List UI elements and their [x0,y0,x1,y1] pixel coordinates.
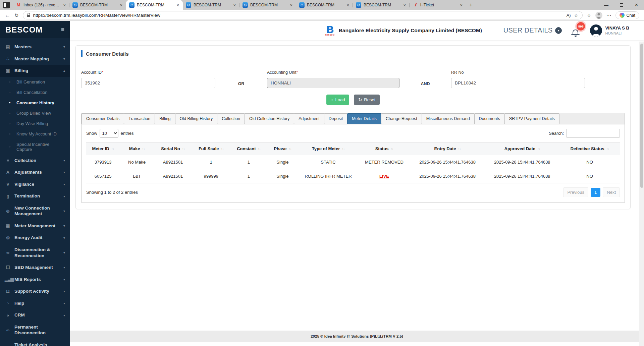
col-constant[interactable]: Constant↑↓ [230,142,267,155]
sidebar-item-mis-reports[interactable]: ▂▄▆ MIS Reports ▾ [0,274,70,286]
sidebar-item-help[interactable]: ◔ Help ▾ [0,297,70,309]
sidebar-item-master-mapping[interactable]: ∴ Master Mapping ▾ [0,53,70,65]
previous-page-button[interactable]: Previous [563,187,588,197]
sidebar-item-ticket-analysis-dashboard[interactable]: ▱ Ticket Analysis Dashboard [0,339,70,346]
tab-close-icon[interactable]: × [62,3,66,8]
browser-tab-gmail[interactable]: M Inbox (126) - revenuehonna × [13,0,69,10]
tab-close-icon[interactable]: × [232,3,236,8]
user-details-menu[interactable]: USER DETAILS ▾ [503,26,562,34]
sort-icon[interactable]: ↑↓ [390,147,393,151]
page-1-button[interactable]: 1 [591,188,600,197]
read-aloud-icon[interactable]: A) [567,13,571,18]
reset-button[interactable]: ↻ Reset [354,95,380,105]
workspaces-icon[interactable] [3,2,10,8]
tab-close-icon[interactable]: × [459,3,463,8]
tab-deposit[interactable]: Deposit [324,113,347,124]
browser-profile-icon[interactable] [595,12,602,19]
sort-icon[interactable]: ↑↓ [289,147,291,151]
sidebar-item-energy-audit[interactable]: ⚙ Energy Audit ▾ [0,232,70,244]
tab-close-icon[interactable]: × [289,3,293,8]
col-entry-date[interactable]: Entry Date↑↓ [410,142,485,155]
sort-icon[interactable]: ↑↓ [537,147,540,151]
sidebar-item-vigilance[interactable]: V Vigilance ▾ [0,178,70,190]
tab-consumer-details[interactable]: Consumer Details [82,113,124,124]
browser-tab-bescom-4[interactable]: ⊙ BESCOM-TRM × [239,0,296,10]
scrollbar-thumb[interactable] [640,44,643,188]
copilot-chat-button[interactable]: Chat [615,11,639,19]
search-input[interactable] [566,129,620,138]
close-window-button[interactable]: × [629,0,644,10]
sidebar-item-bill-cancellation[interactable]: ○ Bill Cancellation [0,87,70,98]
page-scrollbar[interactable] [639,42,644,346]
col-defective-status[interactable]: Defective Status↑↓ [559,142,620,155]
sidebar-item-bill-generation[interactable]: ○ Bill Generation [0,77,70,87]
sidebar-item-adjustments[interactable]: A Adjustments ▾ [0,166,70,178]
settings-dots-icon[interactable]: ⋯ [606,12,611,18]
new-tab-button[interactable]: + [466,0,476,10]
refresh-button[interactable]: ↻ [14,12,19,18]
sidebar-item-special-incentive-capture[interactable]: ○ Special Incentive Capture [0,139,70,155]
sidebar-item-meter-management[interactable]: ▦ Meter Management ▾ [0,220,70,232]
sidebar-item-termination[interactable]: ▯ Termination ▾ [0,190,70,202]
tab-documents[interactable]: Documents [474,113,505,124]
sort-icon[interactable]: ↑↓ [142,147,145,151]
sidebar-item-day-wise-billing[interactable]: ○ Day Wise Billing [0,118,70,129]
sort-icon[interactable]: ↑↓ [221,147,224,151]
col-type-of-meter[interactable]: Type of Meter↑↓ [298,142,359,155]
tab-meter-details[interactable]: Meter Details [347,113,381,124]
tab-collection[interactable]: Collection [217,113,245,124]
favorites-bar-icon[interactable]: ☆ [587,12,591,18]
tab-old-billing-history[interactable]: Old Billing History [175,113,218,124]
url-text[interactable]: https://bescom.trm.ieasybill.com/RRMaste… [33,13,564,18]
minimize-button[interactable]: — [599,0,614,10]
tab-old-collection-history[interactable]: Old Collection History [245,113,294,124]
sidebar-item-crm[interactable]: ◕ CRM ▾ [0,309,70,321]
sort-icon[interactable]: ↑↓ [606,147,609,151]
sort-icon[interactable]: ↑↓ [342,147,344,151]
next-page-button[interactable]: Next [603,187,620,197]
sidebar-item-disconnection-reconnection[interactable]: ∞ Disconnection & Reconnection ▾ [0,244,70,262]
browser-tab-bescom-6[interactable]: ⊙ BESCOM-TRM × [353,0,410,10]
tab-transaction[interactable]: Transaction [124,113,155,124]
sort-icon[interactable]: ↑↓ [111,147,114,151]
tab-adjustment[interactable]: Adjustment [294,113,324,124]
browser-tab-bescom-5[interactable]: ⊙ BESCOM-TRM × [296,0,353,10]
load-button[interactable]: ◌ Load [326,95,350,105]
page-size-select[interactable]: 10 [100,129,118,138]
col-full-scale[interactable]: Full Scale↑↓ [192,142,230,155]
tab-srtpv-payment-details[interactable]: SRTPV Payment Details [504,113,559,124]
notifications-button[interactable]: 898 [571,27,581,37]
sidebar-item-collection[interactable]: ≡ Collection ▾ [0,155,70,167]
sidebar-item-know-my-account-id[interactable]: ○ Know My Account ID [0,129,70,139]
live-status-link[interactable]: LIVE [379,174,389,179]
rr-no-input[interactable] [451,78,585,88]
tab-billing[interactable]: Billing [155,113,175,124]
back-button[interactable]: ← [5,12,10,19]
tab-close-icon[interactable]: × [346,3,350,8]
tab-close-icon[interactable]: × [119,3,123,8]
sidebar-item-sbd-management[interactable]: ☐ SBD Management ▾ [0,262,70,274]
col-meter-id[interactable]: Meter ID↑↓ [86,142,120,155]
tab-close-icon[interactable]: × [402,3,407,8]
sidebar-item-billing[interactable]: ▣ Billing ▴ [0,65,70,77]
address-bar[interactable]: https://bescom.trm.ieasybill.com/RRMaste… [23,11,583,19]
user-profile[interactable]: VINAYA S B HONNALI [590,24,629,37]
sort-icon[interactable]: ↑↓ [458,147,461,151]
browser-tab-bescom-active[interactable]: ⊙ BESCOM-TRM × [126,0,183,10]
favorite-star-icon[interactable]: ☆ [574,12,578,18]
sort-icon[interactable]: ↑↓ [258,147,261,151]
restore-button[interactable] [614,0,629,10]
tab-miscellaneous-demand[interactable]: Miscellaneous Demand [422,113,475,124]
sidebar-item-consumer-history[interactable]: ● Consumer History [0,98,70,108]
sidebar-item-permanent-disconnection[interactable]: ∞ Permanent Disconnection [0,321,70,339]
sidebar-item-support-activity[interactable]: Ω Support Activity ▾ [0,285,70,297]
browser-tab-bescom-3[interactable]: ⊙ BESCOM-TRM × [183,0,239,10]
sidebar-item-masters[interactable]: ▤ Masters ▾ [0,41,70,53]
account-id-input[interactable] [81,78,215,88]
col-status[interactable]: Status↑↓ [358,142,410,155]
col-serial-no[interactable]: Serial No↑↓ [154,142,192,155]
sidebar-item-group-billed-view[interactable]: ○ Group Billed View [0,108,70,118]
col-phase[interactable]: Phase↑↓ [267,142,298,155]
col-approved-date[interactable]: Approved Date↑↓ [485,142,559,155]
tab-change-request[interactable]: Change Request [381,113,422,124]
